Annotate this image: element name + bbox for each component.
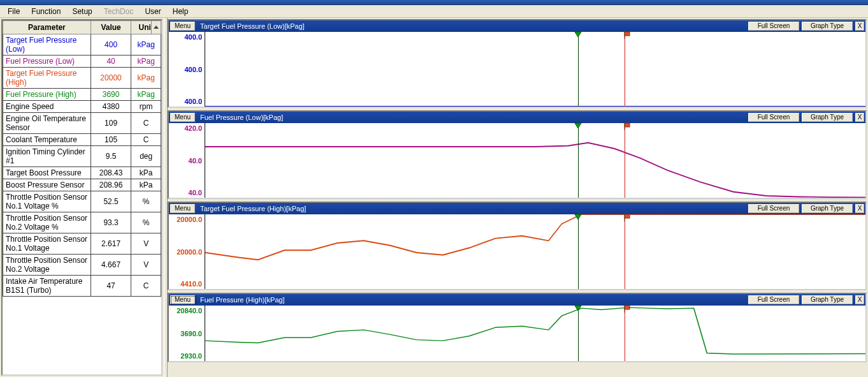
table-row[interactable]: Throttle Position Sensor No.2 Voltage4.6… (3, 255, 161, 276)
param-name: Target Fuel Pressure (Low) (3, 34, 91, 55)
table-row[interactable]: Target Boost Pressure208.43kPa (3, 167, 161, 179)
graph-panel-g4: MenuFuel Pressure (High)[kPag]Full Scree… (168, 293, 867, 362)
marker-red-flag-icon[interactable] (623, 122, 632, 131)
param-unit: kPag (131, 55, 161, 68)
cursor-red[interactable] (625, 214, 625, 289)
plot-area[interactable] (205, 306, 865, 361)
marker-green-arrow-icon[interactable] (574, 122, 582, 131)
table-row[interactable]: Ignition Timing Cylinder #19.5deg (3, 146, 161, 167)
plot-area[interactable] (205, 214, 865, 289)
svg-rect-2 (625, 32, 630, 36)
param-value: 105 (90, 134, 131, 146)
table-row[interactable]: Intake Air Temperature B1S1 (Turbo)47C (3, 276, 161, 297)
svg-marker-0 (154, 26, 159, 29)
marker-green-arrow-icon[interactable] (574, 304, 582, 313)
y-tick-label: 3690.0 (180, 330, 202, 337)
menu-help[interactable]: Help (168, 6, 194, 17)
marker-green-arrow-icon[interactable] (574, 31, 582, 40)
plot-area[interactable] (205, 32, 865, 107)
marker-red-flag-icon[interactable] (623, 213, 632, 222)
close-icon[interactable]: X (855, 22, 864, 31)
table-row[interactable]: Target Fuel Pressure (Low)400kPag (3, 34, 161, 55)
graphtype-button[interactable]: Graph Type (802, 22, 853, 31)
graph-body[interactable]: 420.040.040.0 (169, 123, 865, 198)
table-row[interactable]: Engine Speed4380rpm (3, 101, 161, 113)
param-name: Target Boost Pressure (3, 167, 91, 179)
param-value: 93.3 (90, 212, 131, 233)
param-value: 4.667 (90, 255, 131, 276)
menu-file[interactable]: File (3, 6, 25, 17)
close-icon[interactable]: X (855, 204, 864, 213)
fullscreen-button[interactable]: Full Screen (748, 295, 799, 304)
svg-rect-5 (625, 123, 630, 127)
table-row[interactable]: Throttle Position Sensor No.1 Voltage2.6… (3, 233, 161, 255)
y-tick-label: 40.0 (189, 157, 202, 165)
graph-title: Fuel Pressure (High)[kPag] (198, 296, 285, 304)
graph-title: Target Fuel Pressure (High)[kPag] (198, 205, 306, 212)
param-value: 3690 (90, 89, 131, 101)
plot-area[interactable] (205, 123, 865, 198)
table-row[interactable]: Coolant Temperature105C (3, 134, 161, 146)
cursor-red[interactable] (625, 123, 625, 198)
cursor-green[interactable] (578, 214, 579, 289)
svg-marker-10 (575, 306, 581, 311)
fullscreen-button[interactable]: Full Screen (748, 204, 799, 213)
svg-marker-4 (575, 123, 581, 128)
param-unit: V (131, 255, 161, 276)
graph-menu-button[interactable]: Menu (170, 204, 195, 213)
param-name: Engine Oil Temperature Sensor (3, 113, 91, 134)
marker-red-flag-icon[interactable] (623, 304, 632, 313)
parameter-table-header-row: Parameter Value Unit (3, 21, 161, 34)
cursor-green[interactable] (578, 306, 579, 361)
y-tick-label: 400.0 (184, 33, 202, 41)
param-scroll-button[interactable] (151, 20, 161, 34)
graph-menu-button[interactable]: Menu (170, 295, 195, 304)
param-unit: % (131, 191, 161, 212)
param-value: 208.96 (90, 179, 131, 191)
table-row[interactable]: Target Fuel Pressure (High)20000kPag (3, 68, 161, 89)
graph-body[interactable]: 20840.03690.02930.0 (169, 306, 865, 361)
graph-header: MenuFuel Pressure (Low)[kPag]Full Screen… (169, 112, 865, 123)
table-row[interactable]: Boost Pressure Sensor208.96kPa (3, 179, 161, 191)
graph-menu-button[interactable]: Menu (170, 22, 195, 31)
close-icon[interactable]: X (855, 113, 864, 122)
y-tick-label: 400.0 (184, 66, 202, 73)
param-value: 109 (90, 113, 131, 134)
fullscreen-button[interactable]: Full Screen (748, 113, 799, 122)
param-unit: C (131, 113, 161, 134)
param-value: 47 (90, 276, 131, 297)
param-value: 208.43 (90, 167, 131, 179)
graph-body[interactable]: 20000.020000.04410.0 (169, 214, 865, 289)
cursor-green[interactable] (578, 32, 579, 107)
close-icon[interactable]: X (855, 295, 864, 304)
table-row[interactable]: Fuel Pressure (High)3690kPag (3, 89, 161, 101)
graphtype-button[interactable]: Graph Type (802, 204, 853, 213)
cursor-green[interactable] (578, 123, 579, 198)
menu-function[interactable]: Function (26, 6, 66, 17)
param-name: Throttle Position Sensor No.1 Voltage (3, 233, 91, 255)
header-parameter[interactable]: Parameter (3, 21, 91, 34)
table-row[interactable]: Engine Oil Temperature Sensor109C (3, 113, 161, 134)
cursor-red[interactable] (625, 306, 625, 361)
graph-header: MenuTarget Fuel Pressure (Low)[kPag]Full… (169, 20, 865, 32)
graphtype-button[interactable]: Graph Type (802, 295, 853, 304)
graph-panel-g2: MenuFuel Pressure (Low)[kPag]Full Screen… (168, 110, 867, 199)
fullscreen-button[interactable]: Full Screen (748, 22, 799, 31)
graph-body[interactable]: 400.0400.0400.0 (169, 32, 865, 107)
y-tick-label: 2930.0 (180, 352, 202, 360)
header-value[interactable]: Value (90, 21, 131, 34)
marker-green-arrow-icon[interactable] (574, 213, 582, 222)
cursor-red[interactable] (625, 32, 625, 107)
table-row[interactable]: Throttle Position Sensor No.1 Voltage %5… (3, 191, 161, 212)
graph-header: MenuFuel Pressure (High)[kPag]Full Scree… (169, 294, 865, 306)
table-row[interactable]: Throttle Position Sensor No.2 Voltage %9… (3, 212, 161, 233)
param-unit: kPag (131, 89, 161, 101)
graphtype-button[interactable]: Graph Type (802, 113, 853, 122)
table-row[interactable]: Fuel Pressure (Low)40kPag (3, 55, 161, 68)
menu-user[interactable]: User (140, 6, 166, 17)
param-unit: rpm (131, 101, 161, 113)
graph-menu-button[interactable]: Menu (170, 113, 195, 122)
graph-title: Fuel Pressure (Low)[kPag] (198, 114, 283, 121)
marker-red-flag-icon[interactable] (623, 31, 632, 40)
menu-setup[interactable]: Setup (67, 6, 97, 17)
